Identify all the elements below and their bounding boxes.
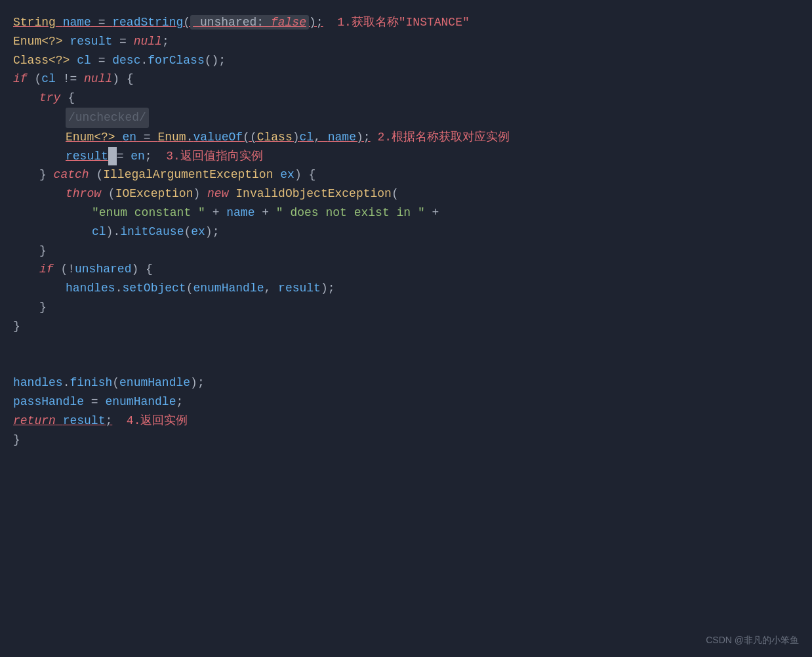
code-line-21: passHandle = enumHandle; xyxy=(13,392,792,412)
code-line-4: if (cl != null) { xyxy=(13,70,792,89)
annotation-2: 2.根据名称获取对应实例 xyxy=(377,128,510,147)
watermark: CSDN @非凡的小笨鱼 xyxy=(706,633,799,647)
annotation-3: 3.返回值指向实例 xyxy=(166,147,263,166)
code-line-20: handles.finish(enumHandle); xyxy=(13,373,792,392)
code-line-23: } xyxy=(13,431,792,450)
code-line-18 xyxy=(13,336,792,355)
code-line-2: Enum<?> result = null; xyxy=(13,32,792,51)
code-line-7: Enum<?> en = Enum.valueOf((Class)cl, nam… xyxy=(13,128,792,147)
code-line-6: /unchecked/ xyxy=(13,108,792,128)
code-line-12: cl).initCause(ex); xyxy=(13,223,792,242)
code-line-16: } xyxy=(13,298,792,317)
code-line-14: if (!unshared) { xyxy=(13,260,792,279)
code-block: String name = readString( unshared: fals… xyxy=(13,13,792,449)
code-line-17: } xyxy=(13,317,792,336)
code-line-5: try { xyxy=(13,89,792,108)
code-line-19 xyxy=(13,354,792,373)
annotation-1: 1.获取名称"INSTANCE" xyxy=(337,13,470,32)
code-line-10: throw (IOException) new InvalidObjectExc… xyxy=(13,184,792,203)
annotation-4: 4.返回实例 xyxy=(127,412,188,431)
code-line-22: return result; 4.返回实例 xyxy=(13,412,792,431)
code-line-13: } xyxy=(13,242,792,261)
code-line-8: result = en; 3.返回值指向实例 xyxy=(13,147,792,166)
code-line-15: handles.setObject(enumHandle, result); xyxy=(13,279,792,298)
code-line-9: } catch (IllegalArgumentException ex) { xyxy=(13,165,792,184)
code-line-1: String name = readString( unshared: fals… xyxy=(13,13,792,32)
code-line-11: "enum constant " + name + " does not exi… xyxy=(13,203,792,223)
code-line-3: Class<?> cl = desc.forClass(); xyxy=(13,51,792,70)
